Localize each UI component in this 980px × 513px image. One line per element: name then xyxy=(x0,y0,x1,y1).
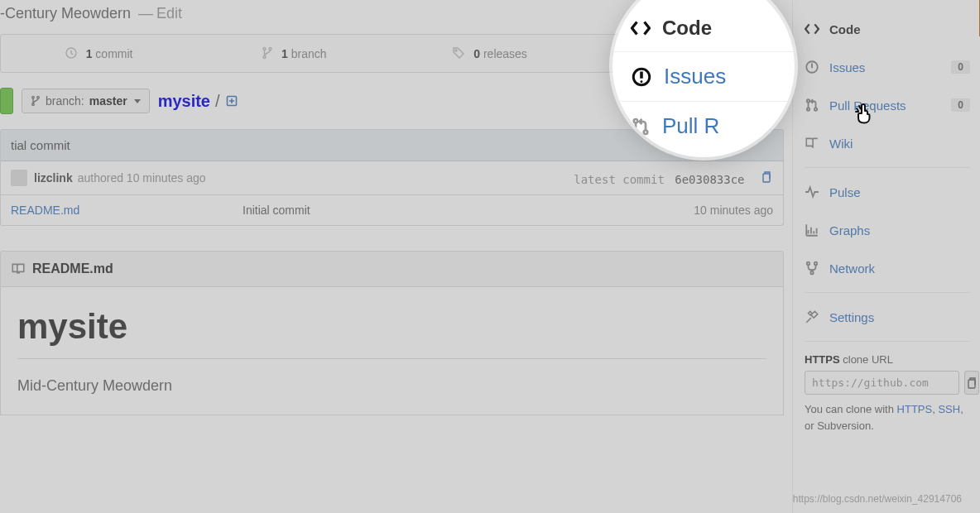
sidebar-item-settings[interactable]: Settings xyxy=(805,298,970,336)
pulse-icon xyxy=(805,185,819,199)
latest-commit-row: lizclink authored 10 minutes ago latest … xyxy=(0,161,784,195)
issue-icon xyxy=(805,60,819,74)
sidebar-item-code[interactable]: Code xyxy=(805,10,970,48)
repo-description-row: -Century Meowdern — Edit xyxy=(0,0,784,27)
svg-point-12 xyxy=(807,108,809,110)
repo-sidebar: Code Issues 0 Pull Requests 0 Wiki xyxy=(792,0,980,513)
stat-branches[interactable]: 1 branch xyxy=(196,35,392,72)
copy-url-button[interactable] xyxy=(964,371,979,395)
sidebar-item-graphs[interactable]: Graphs xyxy=(805,211,970,249)
clone-ssh-link[interactable]: SSH xyxy=(938,403,960,415)
file-row[interactable]: README.md Initial commit 10 minutes ago xyxy=(0,195,784,226)
tag-icon xyxy=(452,46,465,60)
svg-point-5 xyxy=(32,96,35,98)
svg-point-13 xyxy=(814,108,817,110)
readme-subtitle: Mid-Century Meowdern xyxy=(17,377,766,395)
svg-point-14 xyxy=(807,262,809,265)
sidebar-item-network[interactable]: Network xyxy=(805,249,970,287)
code-icon xyxy=(805,22,819,36)
chevron-down-icon xyxy=(134,99,141,103)
breadcrumb-root[interactable]: mysite xyxy=(158,92,210,111)
stat-commits[interactable]: 1 commit xyxy=(1,35,196,72)
branch-label: branch: xyxy=(46,94,84,108)
svg-point-2 xyxy=(263,56,266,59)
readme-h1: mysite xyxy=(17,307,766,347)
svg-point-4 xyxy=(455,50,457,51)
file-name[interactable]: README.md xyxy=(11,204,243,217)
file-time: 10 minutes ago xyxy=(694,204,773,217)
branch-icon xyxy=(262,46,273,60)
repo-description: -Century Meowdern — xyxy=(0,5,156,22)
breadcrumb: mysite / xyxy=(158,92,238,111)
pull-request-icon xyxy=(805,98,819,113)
clone-url-input[interactable] xyxy=(805,371,959,395)
file-commit-message[interactable]: Initial commit xyxy=(243,204,310,217)
svg-point-6 xyxy=(32,103,35,106)
issues-count: 0 xyxy=(951,60,970,74)
branch-selector[interactable]: branch: master xyxy=(22,89,150,113)
branch-icon-small xyxy=(31,95,41,107)
sidebar-item-wiki[interactable]: Wiki xyxy=(805,124,970,162)
stat-releases[interactable]: 0 releases xyxy=(392,35,588,72)
stat-contributors[interactable] xyxy=(588,35,783,72)
copy-sha-icon[interactable] xyxy=(760,170,773,184)
svg-point-16 xyxy=(810,271,813,274)
commit-time: authored 10 minutes ago xyxy=(78,171,206,185)
graph-icon xyxy=(805,223,819,237)
repo-stats-bar: 1 commit 1 branch 0 releases xyxy=(0,34,784,73)
svg-point-1 xyxy=(263,48,266,50)
svg-rect-9 xyxy=(763,174,770,182)
clone-protocol[interactable]: HTTPS xyxy=(805,353,840,366)
svg-rect-17 xyxy=(968,380,975,388)
svg-point-11 xyxy=(807,99,809,102)
svg-point-7 xyxy=(37,96,40,98)
tools-icon xyxy=(805,309,819,324)
watermark: https://blog.csdn.net/weixin_42914706 xyxy=(793,493,962,505)
fork-icon xyxy=(805,261,819,276)
new-file-button[interactable] xyxy=(225,94,238,108)
branch-name: master xyxy=(89,94,127,108)
compare-button[interactable] xyxy=(0,88,13,114)
latest-commit-title: tial commit xyxy=(0,129,784,161)
pr-count: 0 xyxy=(951,98,970,112)
edit-description[interactable]: Edit xyxy=(156,5,182,22)
commit-author[interactable]: lizclink xyxy=(34,171,73,185)
readme-body: mysite Mid-Century Meowdern xyxy=(0,287,784,415)
avatar xyxy=(11,170,27,186)
clone-https-link[interactable]: HTTPS xyxy=(897,403,933,415)
book-open-icon xyxy=(805,136,819,151)
book-icon xyxy=(11,261,26,276)
sidebar-item-issues[interactable]: Issues 0 xyxy=(805,48,970,86)
svg-point-3 xyxy=(269,48,271,50)
readme-header: README.md xyxy=(0,251,784,287)
commit-sha[interactable]: 6e030833ce xyxy=(675,173,744,186)
history-icon xyxy=(65,46,78,60)
clone-note: You can clone with HTTPS, SSH, or Subver… xyxy=(805,401,970,434)
clone-panel: HTTPS clone URL You can clone with HTTPS… xyxy=(805,353,970,434)
sidebar-item-pull-requests[interactable]: Pull Requests 0 xyxy=(805,86,970,124)
svg-point-15 xyxy=(814,262,817,265)
sidebar-item-pulse[interactable]: Pulse xyxy=(805,173,970,211)
